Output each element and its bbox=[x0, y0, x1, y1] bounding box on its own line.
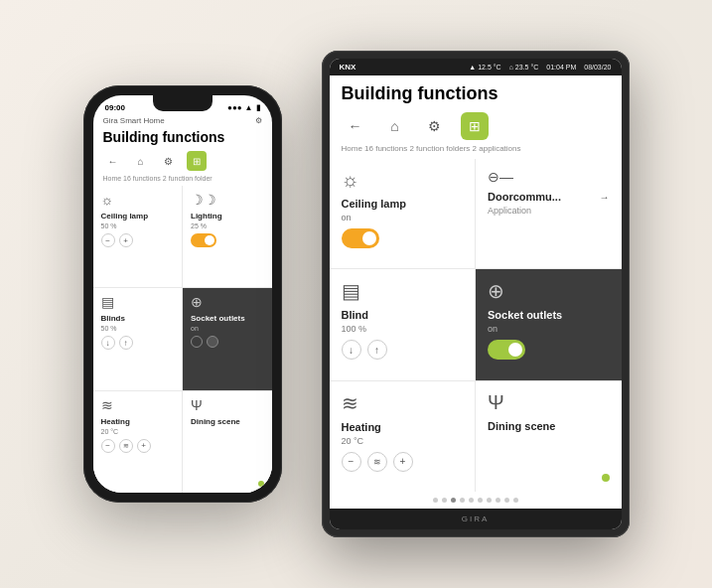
heating-plus[interactable]: + bbox=[137, 439, 151, 453]
ceiling-lamp-label: Ceiling lamp bbox=[101, 212, 175, 220]
battery-icon: ▮ bbox=[256, 103, 260, 112]
dot-7[interactable] bbox=[487, 498, 492, 503]
ceiling-lamp-minus[interactable]: − bbox=[101, 233, 115, 247]
phone-nav-home[interactable]: ⌂ bbox=[131, 151, 151, 171]
tablet-heating-value: 20 °C bbox=[342, 436, 464, 446]
socket-radio-on[interactable] bbox=[207, 336, 218, 348]
blinds-icon: ▤ bbox=[101, 294, 175, 310]
tablet-ceiling-lamp-value: on bbox=[342, 213, 464, 222]
phone-cell-dining: Ψ Dining scene bbox=[183, 391, 272, 493]
phone-cell-ceiling-lamp: ☼ Ceiling lamp 50 % − + bbox=[93, 186, 183, 287]
phone-function-grid: ☼ Ceiling lamp 50 % − + ☽☽ Lighting 25 % bbox=[93, 186, 272, 493]
heating-icon: ≋ bbox=[101, 397, 175, 413]
blinds-up[interactable]: ↑ bbox=[119, 336, 133, 350]
tablet-screen: KNX ▲ 12.5 °C ⌂ 23.5 °C 01:04 PM 08/03/2… bbox=[330, 59, 622, 529]
tablet-dining-icon: Ψ bbox=[488, 391, 610, 414]
dot-9[interactable] bbox=[504, 498, 509, 503]
heating-adjust: ≋ bbox=[119, 439, 133, 453]
tablet-ceiling-toggle[interactable] bbox=[342, 228, 379, 248]
tablet-socket-icon: ⊕ bbox=[488, 279, 610, 303]
phone-device: 09:00 ●●● ▲ ▮ Gira Smart Home ⚙ Building… bbox=[83, 85, 282, 503]
tablet-nav-settings[interactable]: ⚙ bbox=[421, 112, 449, 140]
tablet-nav-bar: ← ⌂ ⚙ ⊞ bbox=[330, 108, 622, 144]
tablet-temp-outdoor: ▲ 12.5 °C bbox=[469, 64, 500, 71]
tablet-blind-controls: ↓ ↑ bbox=[342, 340, 464, 360]
phone-cell-heating: ≋ Heating 20 °C − ≋ + bbox=[93, 391, 183, 493]
tablet-knx-label: KNX bbox=[340, 63, 356, 72]
tablet-breadcrumb: Home 16 functions 2 function folders 2 a… bbox=[330, 144, 622, 159]
tablet-nav-home[interactable]: ⌂ bbox=[381, 112, 409, 140]
tablet-ceiling-controls bbox=[342, 228, 464, 248]
tablet-heating-minus[interactable]: − bbox=[342, 452, 361, 472]
tablet-heating-plus[interactable]: + bbox=[393, 452, 413, 472]
phone-page-title: Building functions bbox=[93, 129, 272, 147]
tablet-status-bar: KNX ▲ 12.5 °C ⌂ 23.5 °C 01:04 PM 08/03/2… bbox=[330, 59, 622, 75]
tablet-socket-toggle[interactable] bbox=[488, 340, 525, 360]
tablet-device: KNX ▲ 12.5 °C ⌂ 23.5 °C 01:04 PM 08/03/2… bbox=[322, 51, 630, 537]
tablet-nav-grid[interactable]: ⊞ bbox=[461, 112, 489, 140]
dot-1[interactable] bbox=[433, 498, 438, 503]
tablet-dining-label: Dining scene bbox=[488, 420, 610, 432]
tablet-cell-ceiling-lamp: ☼ Ceiling lamp on bbox=[330, 159, 476, 268]
tablet-blind-label: Blind bbox=[342, 309, 464, 321]
phone-cell-blinds: ▤ Blinds 50 % ↓ ↑ bbox=[93, 288, 183, 389]
tablet-heating-controls: − ≋ + bbox=[342, 452, 464, 472]
dot-8[interactable] bbox=[496, 498, 500, 503]
tablet-heating-adjust: ≋ bbox=[367, 452, 387, 472]
tablet-cell-heating: ≋ Heating 20 °C − ≋ + bbox=[330, 381, 476, 492]
tablet-socket-controls bbox=[488, 340, 610, 360]
lighting-label: Lighting bbox=[191, 212, 264, 220]
phone-notch bbox=[153, 95, 213, 111]
blinds-value: 50 % bbox=[101, 325, 175, 332]
tablet-nav-back[interactable]: ← bbox=[342, 112, 369, 140]
ceiling-lamp-plus[interactable]: + bbox=[119, 233, 133, 247]
tablet-ceiling-lamp-icon: ☼ bbox=[342, 169, 464, 192]
ceiling-lamp-icon: ☼ bbox=[101, 192, 175, 208]
tablet-temp-indoor: ⌂ 23.5 °C bbox=[509, 64, 539, 71]
tablet-page-dots bbox=[330, 492, 622, 509]
phone-settings-icon[interactable]: ⚙ bbox=[255, 116, 262, 125]
signal-icon: ●●● bbox=[227, 103, 242, 112]
tablet-ceiling-lamp-label: Ceiling lamp bbox=[342, 198, 464, 210]
tablet-heating-label: Heating bbox=[342, 421, 464, 433]
phone-nav-bar: ← ⌂ ⚙ ⊞ bbox=[93, 147, 272, 175]
phone-status-icons: ●●● ▲ ▮ bbox=[227, 103, 259, 112]
tablet-blind-down[interactable]: ↓ bbox=[342, 340, 361, 360]
dining-icon: Ψ bbox=[191, 397, 264, 413]
blinds-controls: ↓ ↑ bbox=[101, 336, 175, 350]
tablet-blind-icon: ▤ bbox=[342, 279, 464, 303]
tablet-brand-name: GIRA bbox=[462, 514, 490, 523]
lighting-toggle[interactable] bbox=[191, 233, 216, 247]
heating-label: Heating bbox=[101, 417, 175, 426]
phone-nav-grid[interactable]: ⊞ bbox=[187, 151, 207, 171]
phone-app-name: Gira Smart Home bbox=[103, 116, 165, 125]
dot-5[interactable] bbox=[469, 498, 474, 503]
dot-6[interactable] bbox=[478, 498, 483, 503]
socket-radio-off[interactable] bbox=[191, 336, 203, 348]
dot-3[interactable] bbox=[451, 498, 456, 503]
tablet-door-arrow[interactable]: → bbox=[600, 192, 610, 203]
tablet-page-title: Building functions bbox=[330, 75, 622, 108]
blinds-down[interactable]: ↓ bbox=[101, 336, 115, 350]
tablet-heating-icon: ≋ bbox=[342, 391, 464, 415]
dot-4[interactable] bbox=[460, 498, 465, 503]
phone-nav-back[interactable]: ← bbox=[103, 151, 123, 171]
socket-label: Socket outlets bbox=[191, 314, 264, 323]
tablet-brand-bar: GIRA bbox=[330, 509, 622, 529]
tablet-door-sublabel: Application bbox=[488, 206, 610, 216]
socket-controls bbox=[191, 336, 264, 348]
tablet-blind-up[interactable]: ↑ bbox=[367, 340, 387, 360]
phone-cell-socket: ⊕ Socket outlets on bbox=[183, 288, 272, 389]
phone-time: 09:00 bbox=[105, 103, 125, 112]
tablet-socket-value: on bbox=[488, 324, 610, 334]
dot-10[interactable] bbox=[513, 498, 518, 503]
socket-icon: ⊕ bbox=[191, 294, 264, 310]
heating-value: 20 °C bbox=[101, 428, 175, 435]
tablet-cell-blind: ▤ Blind 100 % ↓ ↑ bbox=[330, 269, 476, 379]
tablet-status-right: ▲ 12.5 °C ⌂ 23.5 °C 01:04 PM 08/03/20 bbox=[469, 64, 611, 71]
dining-dot bbox=[258, 481, 264, 487]
phone-nav-settings[interactable]: ⚙ bbox=[159, 151, 179, 171]
dot-2[interactable] bbox=[442, 498, 447, 503]
heating-minus[interactable]: − bbox=[101, 439, 115, 453]
wifi-icon: ▲ bbox=[245, 103, 253, 112]
